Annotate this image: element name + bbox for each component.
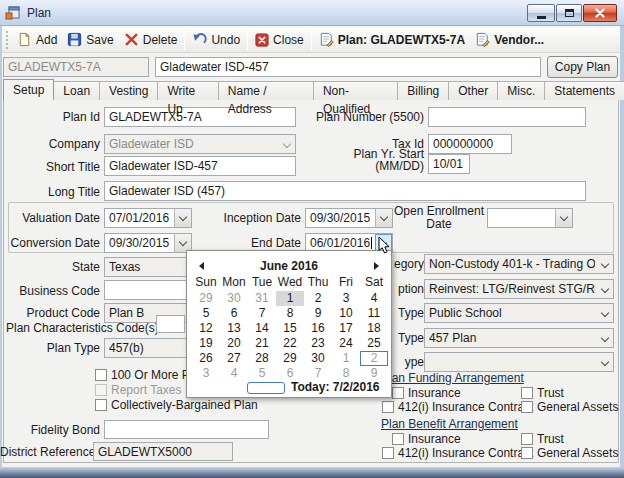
checkbox[interactable]: [392, 387, 404, 399]
save-button[interactable]: Save: [62, 30, 118, 49]
calendar-day[interactable]: 31: [248, 291, 276, 306]
tab-billing[interactable]: Billing: [397, 81, 449, 100]
tab-write-up[interactable]: Write Up: [157, 81, 218, 100]
district-reference-field[interactable]: GLADEWTX5000: [93, 442, 233, 461]
calendar-day[interactable]: 12: [192, 321, 220, 336]
fidelity-bond-input[interactable]: [104, 420, 269, 439]
checkbox[interactable]: [521, 401, 533, 413]
dropdown-button[interactable]: [174, 209, 191, 227]
plan-characteristics-input[interactable]: [156, 315, 185, 333]
close-window-button[interactable]: [583, 4, 617, 22]
maximize-button[interactable]: [556, 4, 582, 22]
right-field-combo[interactable]: Non-Custody 401-k - Trading Only: [424, 254, 614, 274]
tab-name-address[interactable]: Name / Address: [218, 81, 314, 100]
calendar-today-marker[interactable]: [247, 382, 285, 394]
right-field-combo[interactable]: Public School: [424, 303, 614, 323]
plan-number-input[interactable]: [428, 107, 586, 127]
calendar-day[interactable]: 6: [276, 366, 304, 381]
tab-loan[interactable]: Loan: [53, 81, 100, 100]
plan-title-field[interactable]: Gladewater ISD-457: [155, 57, 541, 77]
calendar-today-label[interactable]: Today: 7/2/2016: [291, 380, 380, 394]
calendar-day[interactable]: 20: [220, 336, 248, 351]
calendar-day[interactable]: 27: [220, 351, 248, 366]
checkbox[interactable]: [95, 384, 107, 396]
calendar-day[interactable]: 4: [220, 366, 248, 381]
tax-id-input[interactable]: 000000000: [428, 134, 512, 154]
copy-plan-button[interactable]: Copy Plan: [547, 56, 618, 78]
right-field-combo[interactable]: [424, 352, 614, 372]
delete-button[interactable]: Delete: [119, 30, 183, 49]
calendar-day[interactable]: 7: [248, 306, 276, 321]
calendar-day[interactable]: 1: [332, 351, 360, 366]
calendar-day[interactable]: 19: [192, 336, 220, 351]
calendar-day[interactable]: 3: [192, 366, 220, 381]
checkbox[interactable]: [95, 399, 107, 411]
plan-code-field[interactable]: GLADEWTX5-7A: [3, 57, 149, 77]
company-combo[interactable]: Gladewater ISD: [104, 134, 296, 154]
calendar-day[interactable]: 21: [248, 336, 276, 351]
right-field-combo[interactable]: Reinvest: LTG/Reinvest STG/Reinve:: [424, 279, 614, 299]
calendar-day[interactable]: 9: [360, 366, 388, 381]
short-title-input[interactable]: Gladewater ISD-457: [104, 156, 296, 176]
undo-button[interactable]: Undo: [187, 30, 245, 49]
valuation-date-combo[interactable]: 07/01/2016: [104, 208, 192, 228]
calendar-day[interactable]: 5: [248, 366, 276, 381]
tab-statements[interactable]: Statements: [544, 81, 624, 100]
plan-record-button[interactable]: Plan: GLADEWTX5-7A: [314, 30, 470, 49]
calendar-day[interactable]: 2: [304, 291, 332, 306]
checkbox[interactable]: [392, 433, 404, 445]
calendar-day[interactable]: 29: [276, 351, 304, 366]
checkbox[interactable]: [382, 447, 394, 459]
calendar-day[interactable]: 2: [360, 351, 388, 366]
calendar-day[interactable]: 9: [304, 306, 332, 321]
tab-vesting[interactable]: Vesting: [99, 81, 158, 100]
calendar-day[interactable]: 17: [332, 321, 360, 336]
checkbox[interactable]: [521, 447, 533, 459]
calendar-day[interactable]: 4: [360, 291, 388, 306]
long-title-input[interactable]: Gladewater ISD (457): [104, 181, 586, 201]
dropdown-button[interactable]: [555, 209, 572, 227]
open-enrollment-date-combo[interactable]: [487, 208, 573, 228]
tab-non-qualified[interactable]: Non-Qualified: [313, 81, 398, 100]
calendar-day[interactable]: 8: [276, 306, 304, 321]
calendar-day[interactable]: 30: [220, 291, 248, 306]
calendar-day[interactable]: 8: [332, 366, 360, 381]
minimize-button[interactable]: [527, 4, 555, 22]
calendar-day[interactable]: 15: [276, 321, 304, 336]
tab-misc[interactable]: Misc.: [497, 81, 545, 100]
calendar-day[interactable]: 24: [332, 336, 360, 351]
checkbox[interactable]: [95, 369, 107, 381]
calendar-day[interactable]: 23: [304, 336, 332, 351]
conversion-date-combo[interactable]: 09/30/2015: [104, 233, 192, 253]
vendor-button[interactable]: Vendor...: [470, 30, 549, 49]
calendar-day[interactable]: 7: [304, 366, 332, 381]
right-field-combo[interactable]: 457 Plan: [424, 328, 614, 348]
calendar-day[interactable]: 5: [192, 306, 220, 321]
tab-other[interactable]: Other: [448, 81, 498, 100]
calendar-day[interactable]: 14: [248, 321, 276, 336]
tab-setup[interactable]: Setup: [3, 79, 54, 100]
checkbox[interactable]: [521, 433, 533, 445]
calendar-next-icon[interactable]: [374, 262, 379, 270]
close-record-button[interactable]: Close: [250, 31, 309, 49]
dropdown-button[interactable]: [375, 209, 392, 227]
calendar-day[interactable]: 3: [332, 291, 360, 306]
calendar-day[interactable]: 18: [360, 321, 388, 336]
calendar-day[interactable]: 10: [332, 306, 360, 321]
calendar-day[interactable]: 22: [276, 336, 304, 351]
calendar-day[interactable]: 28: [248, 351, 276, 366]
calendar-day[interactable]: 13: [220, 321, 248, 336]
calendar-day[interactable]: 16: [304, 321, 332, 336]
inception-date-combo[interactable]: 09/30/2015: [305, 208, 393, 228]
calendar-day[interactable]: 1: [276, 291, 304, 306]
calendar-day[interactable]: 6: [220, 306, 248, 321]
calendar-day[interactable]: 26: [192, 351, 220, 366]
checkbox[interactable]: [521, 387, 533, 399]
calendar-day[interactable]: 25: [360, 336, 388, 351]
calendar-day[interactable]: 30: [304, 351, 332, 366]
add-button[interactable]: Add: [12, 30, 62, 49]
checkbox[interactable]: [382, 401, 394, 413]
calendar-day[interactable]: 11: [360, 306, 388, 321]
plan-yr-start-input[interactable]: 10/01: [428, 154, 470, 174]
calendar-day[interactable]: 29: [192, 291, 220, 306]
